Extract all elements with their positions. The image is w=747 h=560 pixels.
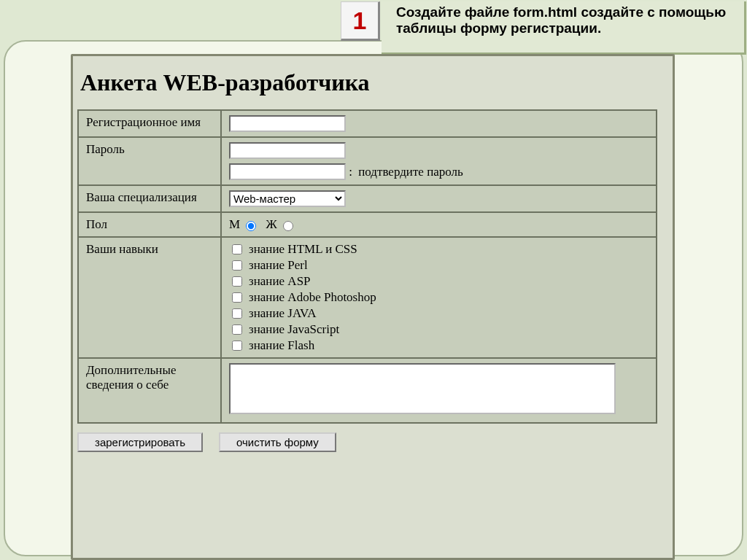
skill-checkbox[interactable] (232, 292, 242, 303)
gender-m-label: М (229, 217, 240, 232)
form-panel: Анкета WEB-разработчика Регистрационное … (71, 54, 675, 560)
submit-button[interactable]: зарегистрировать (77, 432, 203, 452)
reg-name-input[interactable] (229, 115, 346, 132)
list-item: знание JAVA (229, 306, 649, 321)
skill-checkbox[interactable] (232, 244, 242, 254)
label-extra: Дополнительные сведения о себе (78, 358, 221, 423)
list-item: знание JavaScript (229, 322, 649, 337)
task-number-badge: 1 (341, 1, 380, 41)
table-row: Регистрационное имя (78, 110, 657, 137)
table-row: Пароль : подтвердите пароль (78, 137, 657, 185)
cell-password: : подтвердите пароль (221, 137, 657, 185)
table-row: Пол М Ж (78, 212, 657, 237)
password-input[interactable] (229, 142, 346, 159)
cell-gender: М Ж (221, 212, 657, 237)
table-row: Ваша специализация Web-мастер (78, 185, 657, 212)
list-item: знание Flash (229, 338, 649, 353)
label-skills: Ваши навыки (78, 237, 221, 358)
label-password: Пароль (78, 137, 221, 185)
skill-checkbox[interactable] (232, 276, 242, 287)
list-item: знание ASP (229, 274, 649, 289)
skill-label: знание ASP (249, 274, 311, 289)
gender-f-label: Ж (266, 217, 276, 232)
skill-label: знание Adobe Photoshop (249, 290, 376, 305)
skill-checkbox[interactable] (232, 260, 242, 271)
list-item: знание HTML и CSS (229, 242, 649, 257)
skill-checkbox[interactable] (232, 308, 242, 319)
instruction-box: Создайте файле form.html создайте с помо… (382, 1, 746, 55)
cell-extra (221, 358, 657, 423)
skill-label: знание HTML и CSS (249, 242, 357, 257)
instruction-text: Создайте файле form.html создайте с помо… (396, 4, 726, 36)
table-row: Ваши навыки знание HTML и CSS знание Per… (78, 237, 657, 358)
gender-m-radio[interactable] (246, 221, 256, 231)
cell-skills: знание HTML и CSS знание Perl знание ASP… (221, 237, 657, 358)
list-item: знание Perl (229, 258, 649, 273)
confirm-password-label: подтвердите пароль (358, 165, 463, 179)
button-row: зарегистрировать очистить форму (77, 432, 673, 452)
label-gender: Пол (78, 212, 221, 237)
form-title: Анкета WEB-разработчика (80, 69, 673, 96)
skill-label: знание Perl (249, 258, 308, 273)
extra-textarea[interactable] (229, 363, 616, 414)
spec-select[interactable]: Web-мастер (229, 190, 346, 207)
gender-f-radio[interactable] (283, 221, 293, 231)
skill-checkbox[interactable] (232, 324, 242, 335)
reset-button[interactable]: очистить форму (219, 432, 336, 452)
skill-label: знание JAVA (249, 306, 316, 321)
cell-spec: Web-мастер (221, 185, 657, 212)
confirm-password-input[interactable] (229, 163, 346, 180)
table-row: Дополнительные сведения о себе (78, 358, 657, 423)
skill-label: знание JavaScript (249, 322, 339, 337)
cell-reg-name (221, 110, 657, 137)
task-number: 1 (353, 7, 367, 35)
label-spec: Ваша специализация (78, 185, 221, 212)
skill-label: знание Flash (249, 338, 314, 353)
form-table: Регистрационное имя Пароль : подтвердите… (77, 109, 657, 424)
label-reg-name: Регистрационное имя (78, 110, 221, 137)
skills-list: знание HTML и CSS знание Perl знание ASP… (229, 242, 649, 353)
list-item: знание Adobe Photoshop (229, 290, 649, 305)
skill-checkbox[interactable] (232, 341, 242, 351)
